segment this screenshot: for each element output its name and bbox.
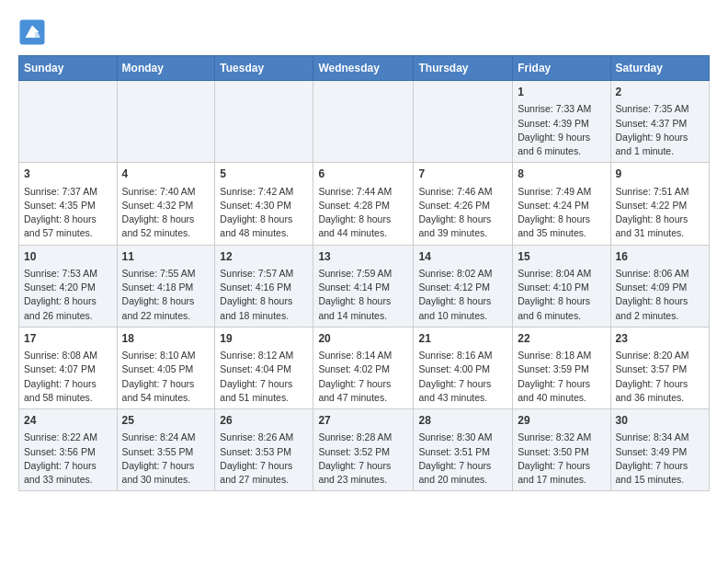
calendar-cell: 25Sunrise: 8:24 AMSunset: 3:55 PMDayligh… bbox=[117, 409, 215, 491]
day-info: Daylight: 8 hours and 48 minutes. bbox=[220, 213, 308, 240]
calendar-week-4: 17Sunrise: 8:08 AMSunset: 4:07 PMDayligh… bbox=[19, 327, 710, 408]
day-info: Sunrise: 7:40 AM bbox=[122, 185, 210, 199]
day-info: Sunset: 4:04 PM bbox=[220, 362, 308, 376]
day-info: Daylight: 7 hours and 40 minutes. bbox=[518, 377, 605, 405]
day-info: Daylight: 8 hours and 14 minutes. bbox=[318, 294, 408, 322]
calendar-cell: 10Sunrise: 7:53 AMSunset: 4:20 PMDayligh… bbox=[19, 245, 118, 327]
day-info: Sunrise: 7:57 AM bbox=[220, 267, 308, 281]
calendar-cell: 7Sunrise: 7:46 AMSunset: 4:26 PMDaylight… bbox=[414, 163, 513, 245]
calendar-cell: 3Sunrise: 7:37 AMSunset: 4:35 PMDaylight… bbox=[19, 163, 118, 245]
day-info: Sunrise: 7:37 AM bbox=[24, 185, 112, 199]
day-info: Daylight: 8 hours and 39 minutes. bbox=[418, 213, 507, 240]
day-info: Sunset: 4:32 PM bbox=[122, 199, 210, 213]
calendar-cell: 17Sunrise: 8:08 AMSunset: 4:07 PMDayligh… bbox=[19, 327, 118, 408]
calendar-cell: 1Sunrise: 7:33 AMSunset: 4:39 PMDaylight… bbox=[513, 81, 610, 163]
day-number: 30 bbox=[616, 413, 705, 429]
day-number: 29 bbox=[518, 413, 605, 429]
day-info: Sunset: 3:57 PM bbox=[616, 362, 705, 376]
calendar-cell: 6Sunrise: 7:44 AMSunset: 4:28 PMDaylight… bbox=[313, 163, 414, 245]
calendar-cell: 5Sunrise: 7:42 AMSunset: 4:30 PMDaylight… bbox=[215, 163, 313, 245]
day-number: 28 bbox=[418, 413, 507, 429]
day-info: Sunset: 4:28 PM bbox=[318, 199, 408, 213]
day-number: 15 bbox=[518, 249, 605, 265]
calendar-cell: 16Sunrise: 8:06 AMSunset: 4:09 PMDayligh… bbox=[610, 245, 710, 327]
calendar-cell: 24Sunrise: 8:22 AMSunset: 3:56 PMDayligh… bbox=[19, 409, 118, 491]
day-info: Daylight: 8 hours and 31 minutes. bbox=[616, 213, 705, 240]
weekday-header-wednesday: Wednesday bbox=[313, 56, 414, 81]
calendar-cell: 12Sunrise: 7:57 AMSunset: 4:16 PMDayligh… bbox=[215, 245, 313, 327]
day-number: 7 bbox=[418, 167, 507, 182]
day-info: Daylight: 8 hours and 57 minutes. bbox=[24, 213, 112, 240]
day-info: Sunrise: 8:18 AM bbox=[518, 349, 605, 362]
day-info: Sunrise: 7:44 AM bbox=[318, 185, 408, 199]
day-number: 2 bbox=[616, 85, 705, 100]
day-number: 20 bbox=[318, 331, 408, 347]
calendar-cell: 14Sunrise: 8:02 AMSunset: 4:12 PMDayligh… bbox=[414, 245, 513, 327]
weekday-header-saturday: Saturday bbox=[610, 56, 710, 81]
calendar-week-5: 24Sunrise: 8:22 AMSunset: 3:56 PMDayligh… bbox=[19, 409, 710, 491]
day-info: Sunset: 3:56 PM bbox=[24, 445, 112, 459]
day-info: Sunrise: 8:12 AM bbox=[220, 349, 308, 362]
day-number: 4 bbox=[122, 167, 210, 182]
day-info: Sunset: 4:26 PM bbox=[418, 199, 507, 213]
day-info: Daylight: 7 hours and 15 minutes. bbox=[616, 459, 705, 487]
day-info: Sunrise: 8:14 AM bbox=[318, 349, 408, 362]
day-info: Sunset: 3:59 PM bbox=[518, 362, 605, 376]
day-info: Sunrise: 8:34 AM bbox=[616, 431, 705, 444]
day-number: 19 bbox=[220, 331, 308, 347]
day-info: Daylight: 8 hours and 10 minutes. bbox=[418, 294, 507, 322]
day-number: 25 bbox=[122, 413, 210, 429]
calendar-cell: 27Sunrise: 8:28 AMSunset: 3:52 PMDayligh… bbox=[313, 409, 414, 491]
day-info: Sunrise: 7:51 AM bbox=[616, 185, 705, 199]
calendar-cell: 13Sunrise: 7:59 AMSunset: 4:14 PMDayligh… bbox=[313, 245, 414, 327]
day-number: 14 bbox=[418, 249, 507, 265]
calendar-cell: 8Sunrise: 7:49 AMSunset: 4:24 PMDaylight… bbox=[513, 163, 610, 245]
day-info: Sunrise: 8:16 AM bbox=[418, 349, 507, 362]
day-info: Sunrise: 8:06 AM bbox=[616, 267, 705, 281]
day-info: Sunset: 4:24 PM bbox=[518, 199, 605, 213]
weekday-header-monday: Monday bbox=[117, 56, 215, 81]
day-info: Daylight: 7 hours and 23 minutes. bbox=[318, 459, 408, 487]
day-info: Sunset: 4:37 PM bbox=[616, 117, 705, 131]
day-info: Sunset: 4:09 PM bbox=[616, 281, 705, 294]
day-info: Daylight: 8 hours and 52 minutes. bbox=[122, 213, 210, 240]
day-info: Daylight: 7 hours and 47 minutes. bbox=[318, 377, 408, 405]
calendar-body: 1Sunrise: 7:33 AMSunset: 4:39 PMDaylight… bbox=[19, 81, 710, 491]
day-info: Daylight: 8 hours and 26 minutes. bbox=[24, 294, 112, 322]
day-number: 18 bbox=[122, 331, 210, 347]
day-info: Sunrise: 7:59 AM bbox=[318, 267, 408, 281]
day-info: Daylight: 8 hours and 6 minutes. bbox=[518, 294, 605, 322]
day-info: Sunrise: 7:46 AM bbox=[418, 185, 507, 199]
calendar-cell: 28Sunrise: 8:30 AMSunset: 3:51 PMDayligh… bbox=[414, 409, 513, 491]
calendar-cell: 21Sunrise: 8:16 AMSunset: 4:00 PMDayligh… bbox=[414, 327, 513, 408]
calendar-cell bbox=[313, 81, 414, 163]
day-info: Daylight: 7 hours and 30 minutes. bbox=[122, 459, 210, 487]
day-info: Sunset: 4:02 PM bbox=[318, 362, 408, 376]
day-info: Sunrise: 8:24 AM bbox=[122, 431, 210, 444]
day-info: Daylight: 7 hours and 36 minutes. bbox=[616, 377, 705, 405]
day-info: Sunset: 4:10 PM bbox=[518, 281, 605, 294]
day-number: 9 bbox=[616, 167, 705, 182]
weekday-header-friday: Friday bbox=[513, 56, 610, 81]
day-number: 6 bbox=[318, 167, 408, 182]
day-number: 17 bbox=[24, 331, 112, 347]
logo bbox=[18, 18, 48, 46]
page-header bbox=[18, 18, 710, 46]
day-info: Sunrise: 8:26 AM bbox=[220, 431, 308, 444]
day-info: Sunrise: 8:10 AM bbox=[122, 349, 210, 362]
day-info: Sunset: 4:14 PM bbox=[318, 281, 408, 294]
calendar-week-1: 1Sunrise: 7:33 AMSunset: 4:39 PMDaylight… bbox=[19, 81, 710, 163]
day-info: Sunset: 4:39 PM bbox=[518, 117, 605, 131]
weekday-header-thursday: Thursday bbox=[414, 56, 513, 81]
day-number: 3 bbox=[24, 167, 112, 182]
day-info: Sunset: 3:51 PM bbox=[418, 445, 507, 459]
day-info: Daylight: 8 hours and 22 minutes. bbox=[122, 294, 210, 322]
day-info: Sunset: 3:52 PM bbox=[318, 445, 408, 459]
day-number: 27 bbox=[318, 413, 408, 429]
day-number: 13 bbox=[318, 249, 408, 265]
logo-icon bbox=[18, 18, 46, 46]
day-info: Sunset: 4:16 PM bbox=[220, 281, 308, 294]
day-info: Daylight: 7 hours and 43 minutes. bbox=[418, 377, 507, 405]
day-number: 11 bbox=[122, 249, 210, 265]
calendar-header: SundayMondayTuesdayWednesdayThursdayFrid… bbox=[19, 56, 710, 81]
